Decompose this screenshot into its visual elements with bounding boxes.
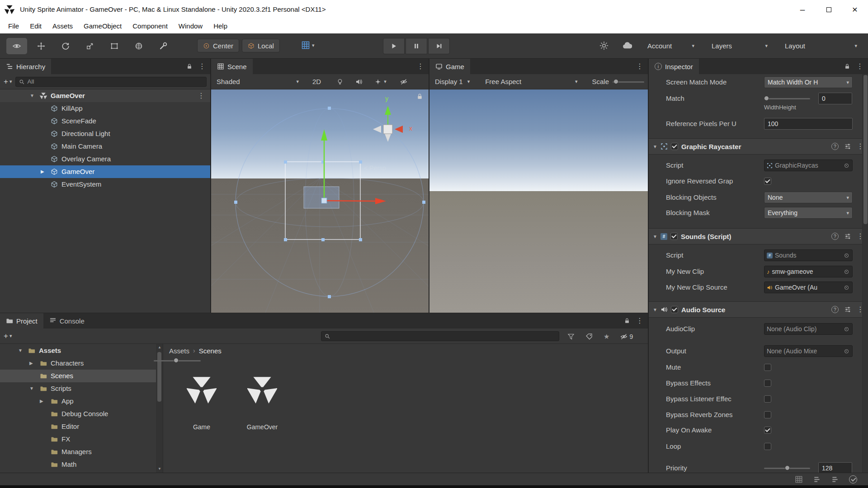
hierarchy-item-eventsystem[interactable]: EventSystem xyxy=(0,178,210,191)
status-import-icon[interactable] xyxy=(813,475,821,483)
slider-handle[interactable] xyxy=(174,358,179,363)
status-activity-icon[interactable] xyxy=(795,475,803,483)
help-icon[interactable]: ? xyxy=(831,306,839,313)
hidden-packages-toggle[interactable]: 9 xyxy=(620,333,633,340)
graphic-raycaster-header[interactable]: ▼ Graphic Raycaster ? ⋮ xyxy=(649,138,868,155)
tree-item-debug-console[interactable]: Debug Console xyxy=(0,408,163,420)
play-on-awake-checkbox[interactable] xyxy=(764,427,771,434)
display-dropdown[interactable]: Display 1 ▾ xyxy=(433,76,472,88)
object-picker-icon[interactable] xyxy=(843,284,850,291)
priority-slider[interactable] xyxy=(764,462,810,473)
ignore-reversed-checkbox[interactable] xyxy=(764,178,771,185)
pause-button[interactable] xyxy=(406,38,427,54)
presets-icon[interactable] xyxy=(844,306,851,313)
breadcrumb-current[interactable]: Scenes xyxy=(199,347,222,355)
object-picker-icon[interactable] xyxy=(843,268,850,275)
sounds-script-header[interactable]: ▼ # Sounds (Script) ? ⋮ xyxy=(649,228,868,244)
bypass-effects-checkbox[interactable] xyxy=(764,380,771,387)
foldout-closed-icon[interactable]: ▶ xyxy=(29,357,33,370)
hierarchy-item-main-camera[interactable]: Main Camera xyxy=(0,140,210,153)
hierarchy-item-directional-light[interactable]: Directional Light xyxy=(0,127,210,140)
layout-dropdown[interactable]: Layout ▾ xyxy=(783,39,859,52)
kebab-menu-icon[interactable]: ⋮ xyxy=(198,92,205,99)
scene-viewport[interactable]: y x < Persp xyxy=(211,89,429,313)
scene-orientation-gizmo[interactable] xyxy=(360,97,419,151)
layers-dropdown[interactable]: Layers ▾ xyxy=(710,39,769,52)
mute-checkbox[interactable] xyxy=(764,364,771,371)
cloud-icon[interactable] xyxy=(622,41,632,51)
scroll-down-icon[interactable]: ▼ xyxy=(158,467,161,471)
component-enabled-checkbox[interactable] xyxy=(671,306,678,313)
aspect-dropdown[interactable]: Free Aspect ▾ xyxy=(483,76,579,88)
object-picker-icon[interactable] xyxy=(843,347,850,355)
game-viewport[interactable] xyxy=(429,89,648,313)
progress-check-icon[interactable] xyxy=(849,475,857,483)
foldout-open-icon[interactable]: ▼ xyxy=(653,144,657,149)
effects-icon[interactable] xyxy=(374,78,382,85)
step-button[interactable] xyxy=(428,38,450,54)
pivot-local-button[interactable]: Local xyxy=(242,39,280,52)
inspector-scrollbar[interactable] xyxy=(862,74,868,473)
foldout-open-icon[interactable]: ▼ xyxy=(653,234,657,239)
favorites-star-icon[interactable]: ★ xyxy=(604,333,609,341)
tab-game[interactable]: Game xyxy=(429,59,470,74)
game-scale-slider[interactable] xyxy=(613,76,644,88)
hierarchy-item-scenefade[interactable]: SceneFade xyxy=(0,115,210,127)
tree-item-fx[interactable]: FX xyxy=(0,433,163,446)
persp-label[interactable]: < Persp xyxy=(364,164,386,172)
lock-icon[interactable] xyxy=(416,93,423,100)
transform-tool-button[interactable] xyxy=(128,38,149,54)
create-object-button[interactable]: + ▾ xyxy=(4,77,12,86)
audioclip-field[interactable]: None (Audio Clip) xyxy=(764,323,853,335)
search-by-type-icon[interactable] xyxy=(567,333,575,340)
my-new-clip-source-field[interactable]: GameOver (Au xyxy=(764,282,853,293)
help-icon[interactable]: ? xyxy=(831,143,839,150)
pivot-center-button[interactable]: Center xyxy=(197,39,239,52)
scene-audio-icon[interactable] xyxy=(355,78,363,85)
gr-script-field[interactable]: GraphicRaycas xyxy=(764,160,853,171)
breadcrumb-root[interactable]: Assets xyxy=(169,347,189,355)
grid-snapping-button[interactable]: ▾ xyxy=(301,41,315,50)
help-icon[interactable]: ? xyxy=(831,233,839,240)
tab-scene[interactable]: Scene xyxy=(211,59,253,74)
kebab-menu-icon[interactable]: ⋮ xyxy=(636,63,643,70)
custom-tool-button[interactable] xyxy=(153,38,174,54)
account-dropdown[interactable]: Account ▾ xyxy=(646,39,696,52)
presets-icon[interactable] xyxy=(844,143,851,150)
progress-activity-icon[interactable] xyxy=(599,41,609,50)
object-picker-icon[interactable] xyxy=(843,325,850,333)
rotate-tool-button[interactable] xyxy=(55,38,76,54)
slider-handle[interactable] xyxy=(613,79,618,84)
my-new-clip-field[interactable]: ♪ smw-gameove xyxy=(764,266,853,277)
play-button[interactable] xyxy=(383,38,405,54)
component-enabled-checkbox[interactable] xyxy=(671,143,678,150)
tab-project[interactable]: Project xyxy=(0,313,43,328)
foldout-open-icon[interactable]: ▼ xyxy=(30,89,34,102)
tab-hierarchy[interactable]: Hierarchy xyxy=(0,59,51,74)
audio-source-header[interactable]: ▼ Audio Source ? ⋮ xyxy=(649,301,868,318)
bypass-listener-checkbox[interactable] xyxy=(764,395,771,403)
tree-item-scripts[interactable]: ▼ Scripts xyxy=(0,382,163,395)
asset-game-scene[interactable]: Game xyxy=(172,375,231,431)
rect-tool-button[interactable] xyxy=(104,38,125,54)
close-button[interactable]: × xyxy=(842,0,868,19)
tree-item-assets[interactable]: ▼ Assets xyxy=(0,344,163,357)
menu-assets[interactable]: Assets xyxy=(47,19,78,33)
tree-item-editor[interactable]: Editor xyxy=(0,420,163,433)
foldout-closed-icon[interactable]: ▶ xyxy=(40,395,43,408)
menu-help[interactable]: Help xyxy=(208,19,233,33)
shading-mode-dropdown[interactable]: Shaded ▾ xyxy=(215,76,301,88)
reference-pixels-field[interactable]: 100 xyxy=(764,118,853,130)
search-by-label-icon[interactable] xyxy=(585,333,593,340)
slider-handle[interactable] xyxy=(764,96,769,101)
menu-file[interactable]: File xyxy=(3,19,24,33)
foldout-closed-icon[interactable]: ▶ xyxy=(41,165,44,178)
project-search-input[interactable] xyxy=(321,331,559,341)
foldout-open-icon[interactable]: ▼ xyxy=(18,344,23,357)
tree-item-characters[interactable]: ▶ Characters xyxy=(0,357,163,370)
output-field[interactable]: None (Audio Mixe xyxy=(764,345,853,357)
menu-window[interactable]: Window xyxy=(173,19,208,33)
loop-checkbox[interactable] xyxy=(764,443,771,450)
chevron-down-icon[interactable]: ▾ xyxy=(384,79,387,84)
tree-item-math[interactable]: Math xyxy=(0,458,163,471)
